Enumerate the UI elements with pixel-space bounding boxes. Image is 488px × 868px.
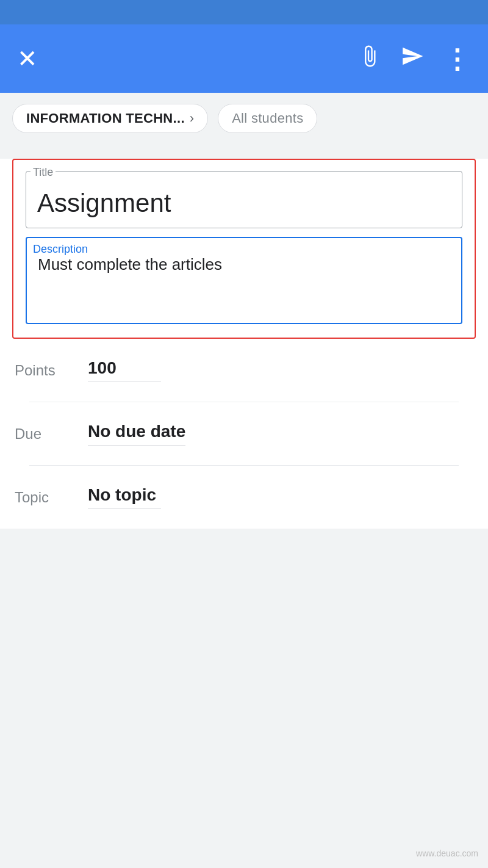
form-rows: Points 100 Due No due date Topic No topi… bbox=[0, 339, 488, 529]
title-label: Title bbox=[30, 166, 56, 179]
main-content: Title Description Must complete the arti… bbox=[0, 159, 488, 529]
close-icon[interactable]: ✕ bbox=[17, 46, 38, 71]
more-options-icon[interactable]: ⋮ bbox=[443, 43, 471, 74]
due-row: Due No due date bbox=[15, 402, 473, 465]
points-label: Points bbox=[15, 362, 88, 379]
course-pill[interactable]: INFORMATION TECHN... › bbox=[12, 104, 208, 133]
points-row: Points 100 bbox=[15, 339, 473, 402]
due-label: Due bbox=[15, 425, 88, 443]
description-field-container: Description Must complete the articles bbox=[13, 237, 475, 338]
highlighted-form-section: Title Description Must complete the arti… bbox=[12, 159, 476, 339]
students-pill-text: All students bbox=[232, 110, 303, 126]
toolbar: ✕ ⋮ bbox=[0, 24, 488, 93]
watermark: www.deuac.com bbox=[416, 848, 478, 858]
course-pill-text: INFORMATION TECHN... bbox=[26, 110, 185, 126]
description-input[interactable]: Must complete the articles bbox=[26, 237, 462, 324]
pill-bar: INFORMATION TECHN... › All students bbox=[0, 93, 488, 144]
title-input[interactable] bbox=[26, 171, 462, 228]
due-value[interactable]: No due date bbox=[88, 422, 185, 446]
description-label: Description bbox=[30, 243, 90, 256]
topic-label: Topic bbox=[15, 489, 88, 506]
topic-row: Topic No topic bbox=[15, 466, 473, 529]
send-icon[interactable] bbox=[401, 45, 424, 73]
title-field-container: Title bbox=[13, 160, 475, 237]
students-pill[interactable]: All students bbox=[218, 104, 317, 133]
status-bar bbox=[0, 0, 488, 24]
points-value[interactable]: 100 bbox=[88, 358, 161, 382]
attach-icon[interactable] bbox=[358, 45, 381, 73]
course-pill-chevron: › bbox=[190, 110, 194, 126]
topic-value[interactable]: No topic bbox=[88, 485, 161, 509]
